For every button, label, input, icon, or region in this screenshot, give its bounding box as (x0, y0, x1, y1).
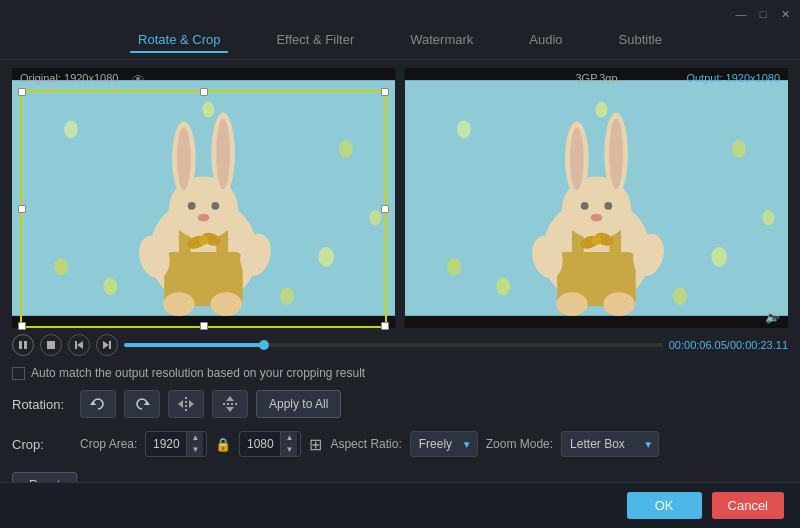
bottom-bar: OK Cancel (0, 482, 800, 528)
volume-icon[interactable]: 🔊 (765, 310, 780, 324)
svg-rect-57 (24, 341, 27, 349)
svg-point-32 (447, 258, 461, 276)
crop-width-input-wrap: ▲ ▼ (145, 431, 207, 457)
svg-point-17 (216, 118, 230, 189)
svg-point-47 (604, 202, 612, 210)
expand-icon[interactable]: ⊞ (309, 435, 322, 454)
crop-area-label: Crop Area: (80, 437, 137, 451)
svg-point-43 (570, 127, 584, 190)
rotation-row: Rotation: (12, 388, 788, 420)
progress-thumb[interactable] (259, 340, 269, 350)
svg-rect-60 (75, 341, 77, 349)
progress-fill (124, 343, 264, 347)
zoom-mode-select[interactable]: Letter Box Pan & Scan Full (561, 431, 659, 457)
svg-marker-66 (178, 400, 183, 408)
crop-width-spinners: ▲ ▼ (186, 432, 203, 456)
svg-point-1 (64, 120, 78, 138)
height-spin-down[interactable]: ▼ (281, 444, 297, 456)
lock-icon[interactable]: 🔒 (215, 437, 231, 452)
ok-button[interactable]: OK (627, 492, 702, 519)
crop-row: Crop: Crop Area: ▲ ▼ 🔒 ▲ ▼ (12, 428, 788, 460)
crop-height-input[interactable] (240, 437, 280, 451)
width-spin-up[interactable]: ▲ (187, 432, 203, 444)
left-video-panel: Original: 1920x1080 👁 (12, 68, 395, 328)
main-content: Original: 1920x1080 👁 (0, 60, 800, 498)
flip-vertical-button[interactable] (212, 390, 248, 418)
svg-marker-64 (144, 401, 150, 405)
rotate-right-button[interactable] (124, 390, 160, 418)
auto-match-checkbox[interactable] (12, 367, 25, 380)
apply-to-all-button[interactable]: Apply to All (256, 390, 341, 418)
close-button[interactable]: ✕ (778, 7, 792, 21)
output-label: Output: 1920x1080 (686, 72, 780, 84)
crop-height-spinners: ▲ ▼ (280, 432, 297, 456)
svg-marker-69 (226, 396, 234, 401)
tab-rotate-crop[interactable]: Rotate & Crop (130, 28, 228, 53)
svg-point-6 (103, 278, 117, 296)
svg-point-51 (556, 292, 587, 316)
crop-width-input[interactable] (146, 437, 186, 451)
svg-rect-56 (19, 341, 22, 349)
original-label: Original: 1920x1080 (20, 72, 118, 84)
svg-point-31 (711, 247, 727, 267)
height-spin-up[interactable]: ▲ (281, 432, 297, 444)
prev-frame-button[interactable] (68, 334, 90, 356)
svg-marker-59 (77, 341, 83, 349)
svg-point-27 (199, 235, 209, 245)
svg-marker-67 (189, 400, 194, 408)
time-display: 00:00:06.05/00:00:23.11 (669, 339, 788, 351)
pause-button[interactable] (12, 334, 34, 356)
rotation-label: Rotation: (12, 397, 72, 412)
rotate-left-button[interactable] (80, 390, 116, 418)
auto-match-label: Auto match the output resolution based o… (31, 366, 365, 380)
svg-point-34 (496, 278, 510, 296)
crop-controls: Crop Area: ▲ ▼ 🔒 ▲ ▼ ⊞ (80, 431, 659, 457)
width-spin-down[interactable]: ▼ (187, 444, 203, 456)
maximize-button[interactable]: □ (756, 7, 770, 21)
zoom-mode-label: Zoom Mode: (486, 437, 553, 451)
svg-marker-61 (103, 341, 109, 349)
svg-point-52 (603, 292, 634, 316)
svg-point-2 (339, 140, 353, 158)
svg-rect-58 (47, 341, 55, 349)
svg-point-36 (673, 287, 687, 305)
tab-subtitle[interactable]: Subtitle (611, 28, 670, 53)
svg-point-29 (457, 120, 471, 138)
svg-point-33 (762, 210, 774, 226)
svg-rect-62 (109, 341, 111, 349)
auto-match-row: Auto match the output resolution based o… (12, 360, 788, 388)
tab-bar: Rotate & Crop Effect & Filter Watermark … (0, 28, 800, 60)
svg-point-18 (188, 202, 196, 210)
zoom-mode-select-wrap: Letter Box Pan & Scan Full ▼ (561, 431, 659, 457)
svg-point-23 (163, 292, 194, 316)
svg-point-30 (732, 140, 746, 158)
video-panels: Original: 1920x1080 👁 (12, 68, 788, 328)
svg-marker-63 (90, 401, 96, 405)
svg-marker-70 (226, 407, 234, 412)
svg-point-46 (581, 202, 589, 210)
svg-point-4 (54, 258, 68, 276)
aspect-ratio-select[interactable]: Freely 16:9 4:3 1:1 (410, 431, 478, 457)
crop-height-input-wrap: ▲ ▼ (239, 431, 301, 457)
stop-button[interactable] (40, 334, 62, 356)
tab-audio[interactable]: Audio (521, 28, 570, 53)
next-frame-button[interactable] (96, 334, 118, 356)
title-bar: — □ ✕ (0, 0, 800, 28)
progress-bar[interactable] (124, 343, 663, 347)
minimize-button[interactable]: — (734, 7, 748, 21)
svg-point-19 (211, 202, 219, 210)
tab-watermark[interactable]: Watermark (402, 28, 481, 53)
svg-point-5 (369, 210, 381, 226)
flip-horizontal-button[interactable] (168, 390, 204, 418)
aspect-ratio-label: Aspect Ratio: (330, 437, 401, 451)
svg-point-48 (591, 214, 603, 222)
crop-label: Crop: (12, 437, 72, 452)
svg-point-45 (609, 118, 623, 189)
cancel-button[interactable]: Cancel (712, 492, 784, 519)
svg-point-20 (198, 214, 210, 222)
tab-effect-filter[interactable]: Effect & Filter (268, 28, 362, 53)
svg-point-7 (203, 102, 215, 118)
left-video-preview (12, 68, 395, 328)
playback-controls: 00:00:06.05/00:00:23.11 (12, 328, 788, 360)
right-video-preview (405, 68, 788, 328)
